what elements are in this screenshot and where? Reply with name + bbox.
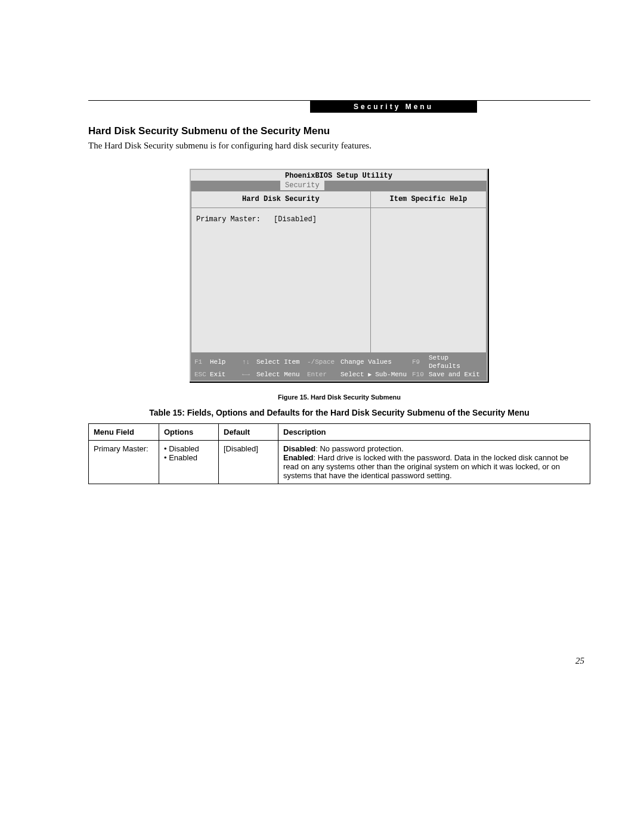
- options-list: Disabled Enabled: [164, 444, 213, 462]
- bios-menubar: Security: [191, 181, 487, 190]
- bios-key-f10: F10: [412, 371, 429, 379]
- bios-enter-suffix: Sub-Menu: [375, 371, 407, 378]
- bios-footer: F1 Help ↑↓ Select Item -/Space Change Va…: [191, 353, 487, 380]
- table-header-row: Menu Field Options Default Description: [89, 423, 590, 440]
- bios-key-updown-label: Select Item: [256, 358, 307, 366]
- bios-left-body: Primary Master: [Disabled]: [191, 208, 370, 353]
- bios-right-header: Item Specific Help: [371, 191, 486, 208]
- bios-key-f1: F1: [194, 358, 210, 366]
- bios-item-value: [Disabled]: [274, 215, 317, 224]
- bios-enter-prefix: Select: [340, 371, 364, 378]
- header-tab: Security Menu: [310, 101, 477, 113]
- desc-enabled-label: Enabled: [283, 453, 314, 462]
- bios-key-esc: ESC: [194, 371, 210, 379]
- bios-key-leftright: ←→: [242, 371, 256, 379]
- bios-key-f1-label: Help: [210, 358, 242, 366]
- cell-default: [Disabled]: [219, 440, 278, 484]
- section-title: Hard Disk Security Submenu of the Securi…: [88, 125, 590, 137]
- th-description: Description: [278, 423, 590, 440]
- th-menu-field: Menu Field: [89, 423, 159, 440]
- bios-key-f9: F9: [412, 358, 429, 366]
- section-intro: The Hard Disk Security submenu is for co…: [88, 141, 590, 151]
- option-item: Disabled: [164, 444, 213, 453]
- figure-caption: Figure 15. Hard Disk Security Submenu: [88, 394, 590, 401]
- bios-key-space-label: Change Values: [340, 358, 412, 366]
- page-content: Hard Disk Security Submenu of the Securi…: [88, 125, 590, 484]
- fields-table: Menu Field Options Default Description P…: [88, 423, 590, 484]
- bios-left-header: Hard Disk Security: [191, 191, 370, 208]
- page-number: 25: [575, 656, 584, 666]
- bios-key-esc-label: Exit: [210, 371, 242, 379]
- header-tab-label: Security Menu: [354, 103, 434, 111]
- th-options: Options: [159, 423, 219, 440]
- bios-key-f9-label: Setup Defaults: [429, 354, 483, 370]
- bios-key-space: -/Space: [307, 358, 340, 366]
- bios-right-pane: Item Specific Help: [371, 191, 487, 353]
- option-item: Enabled: [164, 453, 213, 462]
- bios-key-enter-label: Select ▶ Sub-Menu: [340, 371, 412, 379]
- bios-item-label: Primary Master:: [196, 215, 274, 224]
- bios-title: PhoenixBIOS Setup Utility: [191, 170, 487, 181]
- triangle-right-icon: ▶: [368, 371, 375, 378]
- cell-field: Primary Master:: [89, 440, 159, 484]
- document-page: Security Menu Hard Disk Security Submenu…: [0, 0, 644, 833]
- bios-body: Hard Disk Security Primary Master: [Disa…: [191, 190, 487, 353]
- bios-active-tab: Security: [280, 181, 324, 190]
- bios-title-text: PhoenixBIOS Setup Utility: [285, 172, 392, 180]
- bios-help-body: [371, 208, 486, 353]
- th-default: Default: [219, 423, 278, 440]
- bios-key-f10-label: Save and Exit: [429, 371, 483, 379]
- bios-key-leftright-label: Select Menu: [256, 371, 307, 379]
- bios-box: PhoenixBIOS Setup Utility Security Hard …: [190, 169, 488, 382]
- cell-description: Disabled: No password protection. Enable…: [278, 440, 590, 484]
- bios-key-enter: Enter: [307, 371, 340, 379]
- desc-enabled-text: : Hard drive is locked with the password…: [283, 453, 568, 480]
- table-title: Table 15: Fields, Options and Defaults f…: [88, 408, 590, 417]
- bios-left-pane: Hard Disk Security Primary Master: [Disa…: [191, 191, 371, 353]
- bios-item-row: Primary Master: [Disabled]: [196, 215, 366, 224]
- bios-key-updown: ↑↓: [242, 358, 256, 366]
- desc-disabled-label: Disabled: [283, 444, 315, 453]
- desc-disabled-text: : No password protection.: [315, 444, 403, 453]
- table-row: Primary Master: Disabled Enabled [Disabl…: [89, 440, 590, 484]
- bios-screenshot: PhoenixBIOS Setup Utility Security Hard …: [190, 169, 489, 383]
- cell-options: Disabled Enabled: [159, 440, 219, 484]
